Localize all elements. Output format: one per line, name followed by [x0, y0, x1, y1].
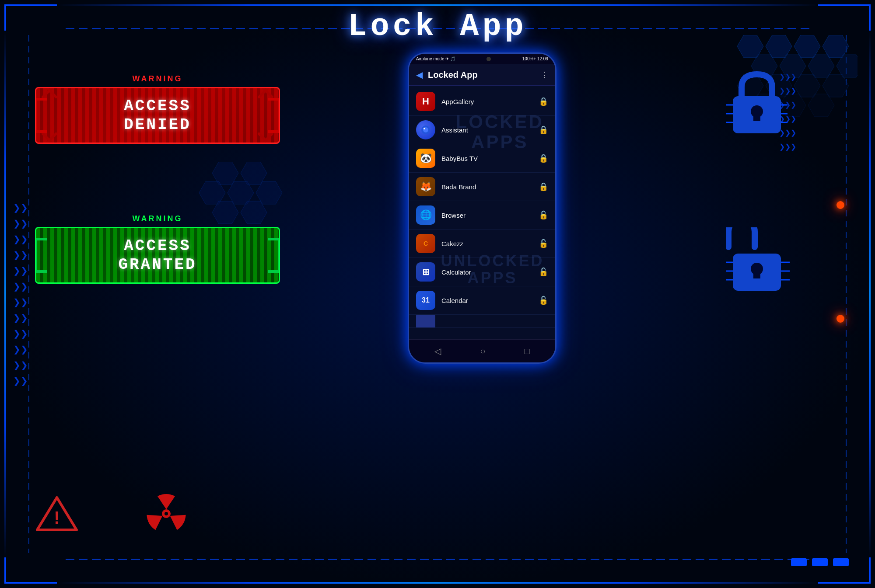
- x-decoration-br: [257, 132, 274, 144]
- app-item-appgallery[interactable]: H AppGallery 🔒: [409, 87, 555, 116]
- x-decoration-tl: [41, 87, 58, 99]
- nav-recent-button[interactable]: □: [524, 346, 529, 356]
- svg-marker-14: [808, 94, 834, 117]
- lock-icon-babybus[interactable]: 🔒: [539, 153, 548, 163]
- bracket-left-granted: [35, 238, 47, 273]
- phone-mockup: Airplane mode ✈ 🎵 100%+ 12:09 ◀ Locked A…: [408, 52, 556, 364]
- front-camera: [486, 57, 491, 61]
- svg-marker-6: [808, 55, 834, 77]
- app-item-calculator[interactable]: ⊞ Calculator 🔓: [409, 258, 555, 286]
- status-left: Airplane mode ✈ 🎵: [416, 56, 455, 61]
- corner-decoration-bl: [4, 557, 57, 584]
- phone-outer: Airplane mode ✈ 🎵 100%+ 12:09 ◀ Locked A…: [408, 52, 556, 364]
- svg-marker-3: [822, 35, 849, 58]
- access-denied-banner: ACCESS DENIED: [35, 87, 280, 144]
- back-button[interactable]: ◀: [416, 70, 423, 80]
- svg-marker-17: [199, 181, 225, 204]
- warning-label-denied: WARNING: [35, 74, 280, 84]
- menu-button[interactable]: ⋮: [540, 70, 548, 80]
- app-item-babybus[interactable]: 🐼 BabyBus TV 🔒: [409, 144, 555, 173]
- navigation-bar: ◁ ○ □: [409, 339, 555, 362]
- app-list: LOCKEDAPPS UNLOCKEDAPPS H AppGallery 🔒 A…: [409, 86, 555, 339]
- app-name-browser: Browser: [441, 212, 532, 219]
- border-top: [57, 4, 818, 6]
- dash-line-left-v: [28, 35, 29, 553]
- app-item-calendar[interactable]: 31 Calendar 🔓: [409, 286, 555, 315]
- access-denied-section: WARNING ACCESS DENIED: [35, 74, 280, 144]
- blue-dot-3: [833, 558, 849, 566]
- dash-line-bottom: [66, 559, 809, 560]
- app-item-partial[interactable]: [409, 315, 555, 328]
- corner-decoration-tr: [818, 4, 871, 31]
- nav-home-button[interactable]: ○: [480, 346, 485, 356]
- app-item-assistant[interactable]: Assistant 🔒: [409, 116, 555, 144]
- triangle-warning-icon: !: [35, 494, 79, 533]
- lock-icon-calculator[interactable]: 🔓: [539, 267, 548, 277]
- bracket-right-denied: [268, 98, 280, 133]
- padlock-unlocked-icon: [726, 227, 790, 299]
- bracket-right-granted: [268, 238, 280, 273]
- svg-marker-0: [737, 35, 763, 58]
- glow-dot-2: [836, 315, 844, 323]
- app-header-title: Locked App: [428, 70, 535, 80]
- app-header: ◀ Locked App ⋮: [409, 64, 555, 86]
- app-icon-partial: [416, 315, 435, 328]
- border-bottom: [57, 582, 818, 584]
- svg-marker-16: [241, 162, 267, 184]
- warning-icons-section: !: [35, 492, 188, 536]
- svg-rect-46: [753, 269, 760, 278]
- app-item-bada[interactable]: 🦊 Bada Brand 🔒: [409, 173, 555, 201]
- lock-icon-appgallery[interactable]: 🔒: [539, 97, 548, 106]
- glow-dot-1: [836, 201, 844, 209]
- svg-text:!: !: [54, 508, 60, 527]
- nav-back-button[interactable]: ◁: [434, 346, 441, 356]
- border-right: [869, 31, 871, 557]
- lock-icon-assistant[interactable]: 🔒: [539, 125, 548, 135]
- app-icon-calculator: ⊞: [416, 262, 435, 282]
- access-granted-section: WARNING ACCESS GRANTED: [35, 214, 280, 284]
- svg-marker-7: [836, 55, 858, 77]
- app-name-babybus: BabyBus TV: [441, 155, 532, 162]
- app-name-assistant: Assistant: [441, 126, 532, 134]
- access-granted-banner: ACCESS GRANTED: [35, 227, 280, 284]
- app-name-calculator: Calculator: [441, 268, 532, 276]
- padlock-locked-icon: [726, 70, 788, 140]
- app-icon-bada: 🦊: [416, 177, 435, 196]
- app-item-cakezz[interactable]: C Cakezz 🔓: [409, 230, 555, 258]
- access-granted-text: ACCESS GRANTED: [118, 237, 196, 274]
- lock-icon-calendar[interactable]: 🔓: [539, 296, 548, 305]
- app-icon-calendar: 31: [416, 291, 435, 310]
- svg-marker-1: [766, 35, 792, 58]
- x-decoration-tr: [257, 87, 274, 99]
- app-name-cakezz: Cakezz: [441, 240, 532, 247]
- lock-icon-cakezz[interactable]: 🔓: [539, 239, 548, 248]
- app-item-browser[interactable]: 🌐 Browser 🔓: [409, 201, 555, 230]
- svg-rect-37: [753, 111, 760, 121]
- app-icon-babybus: 🐼: [416, 149, 435, 168]
- blue-dots-decoration: [791, 558, 849, 566]
- border-left: [4, 31, 6, 557]
- lock-icon-bada[interactable]: 🔒: [539, 182, 548, 191]
- radiation-icon: [144, 492, 188, 536]
- blue-dot-1: [791, 558, 807, 566]
- svg-marker-2: [794, 35, 820, 58]
- access-denied-text: ACCESS DENIED: [124, 97, 191, 134]
- warning-label-granted: WARNING: [35, 214, 280, 223]
- svg-point-55: [424, 128, 425, 129]
- app-icon-appgallery: H: [416, 92, 435, 111]
- x-decoration-bl: [41, 132, 58, 144]
- blue-dot-2: [812, 558, 828, 566]
- svg-marker-18: [228, 181, 254, 204]
- status-bar: Airplane mode ✈ 🎵 100%+ 12:09: [409, 54, 555, 64]
- bracket-left-denied: [35, 98, 47, 133]
- svg-marker-19: [256, 181, 282, 204]
- left-arrows-decoration: ❯❯❯❯❯❯❯❯❯❯❯❯❯❯❯❯❯❯❯❯❯❯❯❯: [13, 200, 28, 389]
- corner-decoration-tl: [4, 4, 57, 31]
- app-icon-assistant: [416, 120, 435, 139]
- status-right: 100%+ 12:09: [522, 56, 548, 61]
- app-icon-cakezz: C: [416, 234, 435, 253]
- app-name-appgallery: AppGallery: [441, 98, 532, 105]
- lock-icon-browser[interactable]: 🔓: [539, 210, 548, 220]
- svg-marker-11: [822, 74, 849, 97]
- app-name-calendar: Calendar: [441, 297, 532, 304]
